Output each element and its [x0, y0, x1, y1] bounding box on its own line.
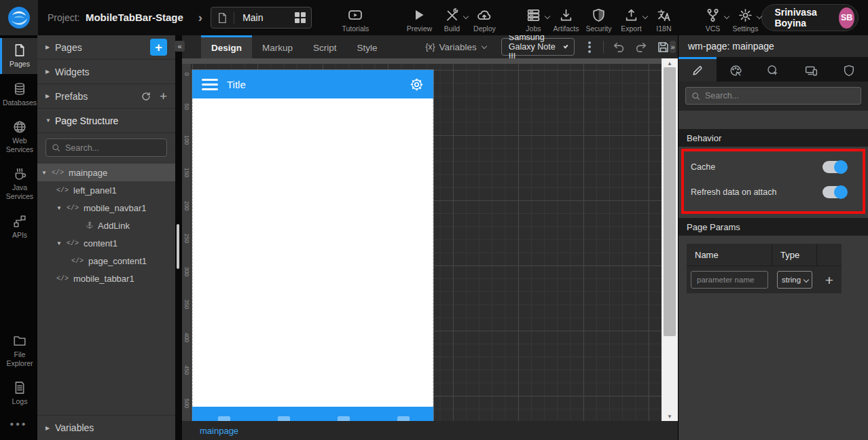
tab-design[interactable]: Design	[201, 35, 252, 58]
variables-button[interactable]: {x} Variables	[426, 35, 486, 58]
highlight-annotation-box: Cache Refresh data on attach	[681, 149, 865, 214]
vertical-ruler: 0 50 100 150 200 250 300 350 400 450 500	[182, 64, 192, 421]
section-widgets[interactable]: ▶ Widgets	[37, 60, 175, 84]
wavemaker-logo[interactable]	[0, 0, 38, 35]
section-page-structure[interactable]: ▼ Page Structure	[37, 109, 175, 133]
sidebar-item-web-services[interactable]: Web Services	[0, 115, 37, 159]
tab-script[interactable]: Script	[303, 35, 347, 58]
redo-button[interactable]	[634, 40, 648, 54]
section-pages[interactable]: ▶ Pages +	[37, 35, 175, 60]
add-prefab-button[interactable]: +	[160, 89, 167, 104]
sidebar-item-pages[interactable]: Pages	[0, 38, 37, 74]
shield-icon	[592, 7, 606, 22]
top-bar: Project: MobileTabBar-Stage › Main Tutor…	[0, 0, 868, 35]
device-selector[interactable]: Samsung Galaxy Note III	[501, 38, 575, 56]
api-nodes-icon	[13, 215, 26, 228]
navbar-title: Title	[227, 79, 410, 90]
tree-item-mainpage[interactable]: ▼ </> mainpage	[37, 164, 175, 181]
artifacts-button[interactable]: Artifacts	[548, 3, 583, 33]
sidebar-item-file-explorer[interactable]: File Explorer	[0, 329, 37, 373]
tab-security[interactable]	[830, 57, 868, 81]
search-icon	[52, 143, 60, 152]
structure-search[interactable]	[46, 139, 167, 157]
user-menu[interactable]: Srinivasa Boyina SB	[761, 4, 858, 31]
shield-outline-icon	[843, 65, 855, 77]
collapse-left-panel-button[interactable]: «	[175, 41, 185, 52]
panel-gutter: «	[175, 35, 182, 440]
page-content-widget[interactable]	[192, 98, 433, 407]
sidebar-item-logs[interactable]: Logs	[0, 375, 37, 411]
database-icon	[13, 82, 26, 96]
mobile-tabbar-widget[interactable]	[192, 407, 433, 421]
vcs-button[interactable]: VCS	[695, 3, 730, 33]
cache-toggle[interactable]	[822, 161, 846, 173]
undo-button[interactable]	[612, 40, 626, 54]
cache-setting-row: Cache	[691, 154, 856, 179]
hamburger-menu-icon[interactable]	[202, 79, 218, 90]
coffee-cup-icon	[13, 167, 26, 181]
sidebar-item-apis[interactable]: APIs	[0, 209, 37, 245]
phone-preview[interactable]: Title	[192, 70, 433, 421]
structure-search-input[interactable]	[65, 143, 161, 153]
explorer-scrollbar-thumb[interactable]	[177, 224, 179, 269]
tree-item-page-content1[interactable]: </> page_content1	[37, 252, 175, 270]
page-params-section: Name Type string	[679, 236, 868, 301]
security-button[interactable]: Security	[581, 3, 616, 33]
properties-search[interactable]	[685, 87, 861, 105]
build-button[interactable]: Build	[434, 3, 469, 33]
sidebar-item-java-services[interactable]: Java Services	[0, 162, 37, 206]
tab-devices[interactable]	[792, 57, 830, 81]
tutorials-button[interactable]: Tutorials	[338, 3, 373, 33]
tree-item-mobile-tabbar1[interactable]: </> mobile_tabbar1	[37, 270, 175, 287]
properties-search-input[interactable]	[705, 91, 855, 100]
more-menu-button[interactable]	[585, 39, 594, 56]
open-page-tab[interactable]: mainpage	[200, 426, 238, 436]
branch-icon	[706, 7, 720, 22]
tree-item-addlink[interactable]: AddLink	[37, 217, 175, 234]
jobs-button[interactable]: Jobs	[516, 3, 551, 33]
canvas-scrollbar[interactable]: ▲ ▼	[662, 58, 678, 421]
navbar-gear-icon[interactable]	[410, 77, 424, 92]
refresh-icon[interactable]	[141, 91, 151, 102]
breadcrumb-chevron-icon: ›	[198, 10, 202, 25]
canvas-scrollbar-thumb[interactable]	[664, 67, 676, 336]
tab-style[interactable]: Style	[347, 35, 388, 58]
section-variables[interactable]: ▶ Variables	[37, 415, 175, 440]
tree-item-mobile-navbar1[interactable]: ▼ </> mobile_navbar1	[37, 199, 175, 217]
tab-events[interactable]	[755, 57, 793, 81]
settings-button[interactable]: Settings	[727, 3, 763, 33]
scroll-down-arrow[interactable]: ▼	[662, 411, 678, 421]
save-button[interactable]	[657, 41, 670, 54]
param-type-select[interactable]: string	[778, 272, 812, 288]
more-options-button[interactable]: •••	[0, 411, 37, 440]
widget-code-icon: </>	[67, 204, 79, 212]
add-page-button[interactable]: +	[150, 39, 167, 56]
scroll-up-arrow[interactable]: ▲	[662, 58, 678, 68]
page-selector[interactable]: Main	[211, 7, 312, 29]
page-structure-tree: ▼ </> mainpage </> left_panel1 ▼ </> mob…	[37, 164, 175, 415]
pencil-icon	[691, 65, 704, 77]
sidebar-item-databases[interactable]: Databases	[0, 77, 37, 113]
add-param-button[interactable]: +	[825, 273, 833, 287]
param-name-input[interactable]	[691, 271, 768, 289]
widget-code-icon: </>	[67, 240, 79, 247]
tab-styles[interactable]	[717, 57, 755, 81]
export-button[interactable]: Export	[613, 3, 649, 33]
mobile-navbar-widget[interactable]: Title	[192, 70, 433, 98]
refresh-data-on-attach-toggle[interactable]	[822, 186, 846, 198]
tree-item-left-panel1[interactable]: </> left_panel1	[37, 181, 175, 199]
gear-icon	[738, 7, 753, 22]
tab-markup[interactable]: Markup	[252, 35, 303, 58]
i18n-button[interactable]: I18N	[646, 3, 681, 33]
widget-code-icon: </>	[71, 257, 84, 265]
tabbar-item-icon	[397, 416, 410, 421]
preview-button[interactable]: Preview	[401, 3, 437, 33]
expand-right-panel-button[interactable]: »	[670, 41, 676, 53]
tabbar-item-icon	[278, 416, 290, 421]
log-file-icon	[13, 381, 26, 395]
deploy-button[interactable]: Deploy	[467, 3, 502, 33]
tree-item-content1[interactable]: ▼ </> content1	[37, 234, 175, 252]
section-prefabs[interactable]: ▶ Prefabs +	[37, 84, 175, 109]
dashboard-grid-icon[interactable]	[295, 12, 306, 23]
tab-properties[interactable]	[679, 57, 717, 81]
